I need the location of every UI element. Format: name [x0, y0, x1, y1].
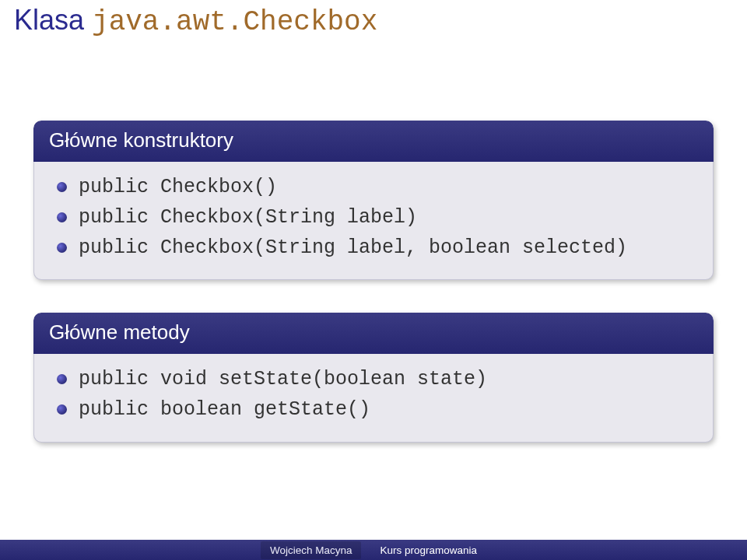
- title-code: java.awt.Checkbox: [92, 6, 377, 38]
- content-area: Główne konstruktory public Checkbox() pu…: [33, 121, 714, 475]
- list-item: public Checkbox(String label, boolean se…: [79, 233, 698, 264]
- footer: Wojciech Macyna Kurs programowania: [0, 540, 747, 560]
- title-band: Klasa java.awt.Checkbox: [0, 0, 747, 47]
- title-prefix: Klasa: [14, 4, 92, 36]
- footer-author: Wojciech Macyna: [261, 541, 362, 559]
- slide-title: Klasa java.awt.Checkbox: [14, 5, 733, 38]
- methods-block: Główne metody public void setState(boole…: [33, 313, 714, 443]
- methods-header: Główne metody: [33, 313, 714, 354]
- footer-course: Kurs programowania: [370, 541, 486, 559]
- list-item: public boolean getState(): [79, 395, 698, 425]
- slide: Klasa java.awt.Checkbox Główne konstrukt…: [0, 0, 747, 560]
- list-item: public Checkbox(String label): [79, 203, 698, 233]
- constructors-header: Główne konstruktory: [33, 121, 714, 162]
- list-item: public void setState(boolean state): [79, 365, 698, 395]
- list-item: public Checkbox(): [79, 173, 698, 203]
- constructors-body: public Checkbox() public Checkbox(String…: [33, 162, 714, 280]
- constructors-block: Główne konstruktory public Checkbox() pu…: [33, 121, 714, 280]
- methods-body: public void setState(boolean state) publ…: [33, 354, 714, 443]
